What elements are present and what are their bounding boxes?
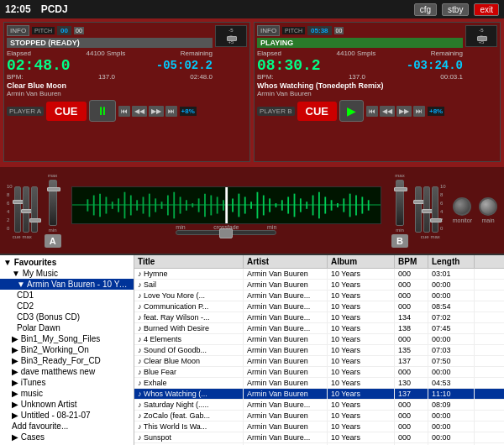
track-row[interactable]: ♪ SailArmin Van Buuren10 Years00000:00 xyxy=(134,280,504,291)
track-cell: ♪ ZoCalo (feat. Gab... xyxy=(134,411,244,421)
deck-a-pitch-label: PITCH xyxy=(32,27,55,34)
deck-a-prev-btn[interactable]: ⏮ xyxy=(118,106,130,117)
main-knob-group: main xyxy=(479,197,497,223)
mixer-b-vol-fader[interactable] xyxy=(396,180,404,226)
track-cell: 07:02 xyxy=(428,312,475,322)
deck-b-pitch-top: -5 xyxy=(479,28,483,33)
crossfader-track[interactable] xyxy=(176,230,276,235)
library-tree-item[interactable]: ▼ Favourites xyxy=(0,257,134,268)
track-row[interactable]: ♪ Communication P...Armin Van Buure...10… xyxy=(134,301,504,312)
mixer-a-mid-fader[interactable] xyxy=(23,186,29,233)
mixer-a-hi-fader[interactable] xyxy=(14,186,21,233)
track-cell: 07:50 xyxy=(428,356,475,366)
library-tree-item[interactable]: ▼ My Music xyxy=(0,268,134,279)
main-knob[interactable] xyxy=(479,197,497,216)
deck-a-remaining: -05:02.2 xyxy=(156,60,213,71)
track-cell: 10 Years xyxy=(328,411,395,421)
track-row[interactable]: ♪ ZoCalo (feat. Gab...Armin Van Buuren10… xyxy=(134,411,504,421)
track-row[interactable]: ♪ Whos Watching (...Armin Van Buuren10 Y… xyxy=(134,389,504,400)
library-tree-item[interactable]: CD1 xyxy=(0,290,134,301)
deck-a-bpm: 137.0 xyxy=(98,73,115,81)
library-tree-item[interactable]: ▶ Bin1_My_Song_Files xyxy=(0,333,134,344)
track-row[interactable]: ♪ ExhaleArmin Van Buuren10 Years13004:53 xyxy=(134,378,504,389)
library-tree-item[interactable]: ▶ Bin2_Working_On xyxy=(0,344,134,355)
library-tree-item[interactable]: CD3 (Bonus CD) xyxy=(0,312,134,322)
library-tree-item[interactable]: ▶ music xyxy=(0,388,134,399)
deck-b-00-btn[interactable]: 00 xyxy=(334,27,344,34)
track-cell: 00:00 xyxy=(428,367,475,377)
track-row[interactable]: ♪ This World Is Wa...Armin Van Buuren10 … xyxy=(134,421,504,432)
deck-b-info-btn[interactable]: INFO xyxy=(257,25,280,36)
mixer-a-vol-fader[interactable] xyxy=(49,180,57,226)
deck-a-info-btn[interactable]: INFO xyxy=(7,25,29,36)
deck-a-bpm-row: BPM: 137.0 02:48.0 xyxy=(7,73,213,81)
deck-a-cue-btn[interactable]: CUE xyxy=(46,102,86,121)
mixer-b-lo-fader[interactable] xyxy=(432,186,438,233)
track-cell: 134 xyxy=(395,312,428,322)
library-tree-item[interactable]: ▶ Cases xyxy=(0,432,134,442)
mixer-area: 1086420 cue max max min A xyxy=(0,165,504,254)
mixer-b-hi-fader[interactable] xyxy=(415,186,422,233)
deck-b-play-btn[interactable]: ▶ xyxy=(339,100,364,122)
track-cell: ♪ Blue Fear xyxy=(134,367,244,377)
track-row[interactable]: ♪ Clear Blue MoonArmin Van Buuren10 Year… xyxy=(134,356,504,367)
crossfader-thumb[interactable] xyxy=(219,228,233,238)
deck-b-transport: ⏮ ◀◀ ▶▶ ⏭ xyxy=(366,106,425,117)
deck-a-fwd-btn[interactable]: ▶▶ xyxy=(149,106,164,117)
mixer-a-lo-fader[interactable] xyxy=(31,186,38,233)
deck-b-prev-btn[interactable]: ⏮ xyxy=(366,106,378,117)
deck-b-cue-btn[interactable]: CUE xyxy=(297,102,337,121)
deck-a-rew-btn[interactable]: ◀◀ xyxy=(132,106,147,117)
track-cell: Armin Van Buuren xyxy=(244,411,328,421)
library-tree-item[interactable]: Add favourite... xyxy=(0,421,134,432)
deck-a-00-btn[interactable]: 00 xyxy=(74,27,84,34)
library-tree-item[interactable]: Polar Dawn xyxy=(0,322,134,333)
track-row[interactable]: ♪ feat. Ray Wilson -...Armin Van Buure..… xyxy=(134,312,504,323)
track-row[interactable]: ♪ HymneArmin Van Buuren10 Years00003:01 xyxy=(134,269,504,280)
track-cell: Armin Van Buuren xyxy=(244,356,328,366)
track-row[interactable]: ♪ Sound Of Goodb...Armin Van Buuren10 Ye… xyxy=(134,345,504,356)
library-tree-item[interactable]: CD2 xyxy=(0,301,134,312)
library-tree-item[interactable]: ▶ Unknown Artist xyxy=(0,399,134,410)
monitor-knob[interactable] xyxy=(453,197,471,216)
track-row[interactable]: ♪ Burned With DesireArmin Van Buure...10… xyxy=(134,323,504,334)
library-tree-item[interactable]: ▶ Untitled - 08-21-07 xyxy=(0,410,134,421)
deck-a-play-btn[interactable]: ⏸ xyxy=(89,100,116,122)
track-cell: Armin Van Buure... xyxy=(244,400,328,410)
library-tree-item[interactable]: ▶ iTunes xyxy=(0,377,134,388)
track-cell: ♪ Sail xyxy=(134,280,244,290)
track-row[interactable]: ♪ 4 ElementsArmin Van Buuren10 Years0000… xyxy=(134,334,504,345)
deck-a-next-btn[interactable]: ⏭ xyxy=(165,106,177,117)
deck-b-fwd-btn[interactable]: ▶▶ xyxy=(396,106,412,117)
stby-button[interactable]: stby xyxy=(442,3,469,16)
deck-b-percent: +8% xyxy=(428,107,444,116)
deck-area: INFO PITCH 00 00 STOPPED (READY) Elapsed… xyxy=(0,18,504,165)
deck-b-pitch-slider[interactable] xyxy=(480,35,483,37)
deck-a-pitch-value: 00 xyxy=(57,26,71,35)
track-row[interactable]: ♪ Love You More (...Armin Van Buure...10… xyxy=(134,291,504,301)
col-header-bpm: BPM xyxy=(395,255,428,268)
deck-b-next-btn[interactable]: ⏭ xyxy=(413,106,425,117)
deck-a-pitch-slider[interactable] xyxy=(229,35,233,37)
track-cell: Armin Van Buure... xyxy=(244,323,328,333)
library-tree-item[interactable]: ▶ Bin3_Ready_For_CD xyxy=(0,355,134,366)
library-area: ▼ Favourites▼ My Music▼ Armin Van Buuren… xyxy=(0,254,504,445)
track-row[interactable]: ♪ SunspotArmin Van Buure...10 Years00000… xyxy=(134,432,504,443)
library-tree-item[interactable]: ▼ Armin Van Buuren - 10 Years xyxy=(0,279,134,290)
track-row[interactable]: ♪ Saturday Night (.....Armin Van Buure..… xyxy=(134,400,504,411)
cfg-button[interactable]: cfg xyxy=(414,3,437,16)
exit-button[interactable]: exit xyxy=(474,3,499,16)
track-cell: 10 Years xyxy=(328,389,395,399)
track-row[interactable]: ♪ Blue FearArmin Van Buuren10 Years00000… xyxy=(134,367,504,378)
mixer-b-mid-fader[interactable] xyxy=(423,186,430,233)
track-cell: Armin Van Buure... xyxy=(244,432,328,442)
track-cell: 10 Years xyxy=(328,356,395,366)
library-tree-item[interactable]: ▶ dave matthews new xyxy=(0,366,134,377)
deck-b-pitch-panel: -5 +5 xyxy=(465,25,497,47)
col-header-artist: Artist xyxy=(244,255,328,268)
library-tree[interactable]: ▼ Favourites▼ My Music▼ Armin Van Buuren… xyxy=(0,255,134,445)
deck-b-rew-btn[interactable]: ◀◀ xyxy=(380,106,395,117)
track-cell: 10 Years xyxy=(328,345,395,355)
track-list: Title Artist Album BPM Length ♪ HymneArm… xyxy=(134,255,504,445)
track-cell: 000 xyxy=(395,432,428,442)
